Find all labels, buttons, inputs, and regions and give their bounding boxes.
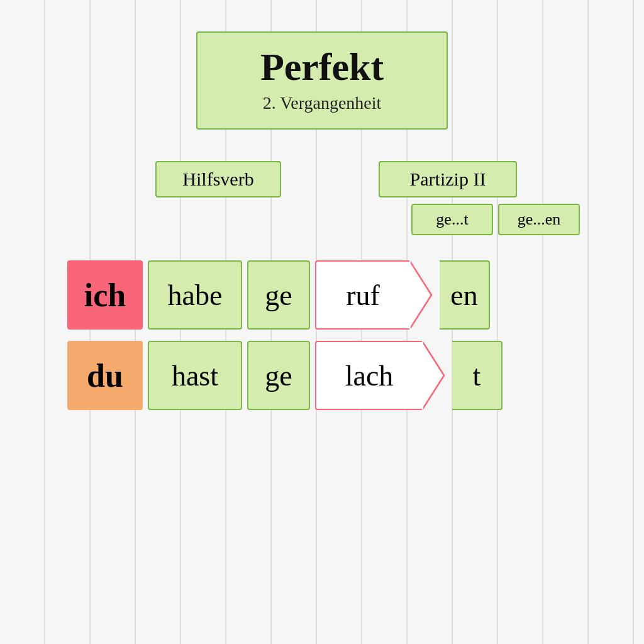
svg-marker-0 [409, 260, 431, 330]
subtitle: 2. Vergangenheit [223, 93, 421, 113]
ge-prefix-1: ge [247, 260, 310, 330]
hilfsverb-label: Hilfsverb [155, 161, 281, 197]
pronoun-ich: ich [67, 260, 143, 330]
ending-en: en [440, 260, 490, 330]
partizip-label: Partizip II [379, 161, 517, 197]
title-card: Perfekt 2. Vergangenheit [196, 31, 448, 130]
ge-ending-en: ge...en [498, 204, 580, 235]
ge-prefix-2: ge [247, 341, 310, 410]
arrow-svg-2 [422, 341, 452, 410]
hilfsverb-habe: habe [148, 260, 242, 330]
stem-arrow-ruf-en: ruf en [315, 260, 490, 330]
ge-endings-row: ge...t ge...en [55, 204, 589, 235]
svg-marker-2 [422, 341, 444, 410]
stem-lach: lach [315, 341, 422, 410]
arrow-svg-1 [409, 260, 440, 330]
sentence-row-1: ich habe ge ruf en [48, 260, 596, 330]
stem-arrow-lach-t: lach t [315, 341, 502, 410]
sentence-row-2: du hast ge lach t [48, 341, 596, 410]
header-row: Hilfsverb Partizip II [55, 161, 589, 197]
main-title: Perfekt [223, 45, 421, 88]
ge-ending-t: ge...t [411, 204, 493, 235]
ending-t: t [452, 341, 502, 410]
pronoun-du: du [67, 341, 143, 410]
stem-ruf: ruf [315, 260, 409, 330]
hilfsverb-hast: hast [148, 341, 242, 410]
